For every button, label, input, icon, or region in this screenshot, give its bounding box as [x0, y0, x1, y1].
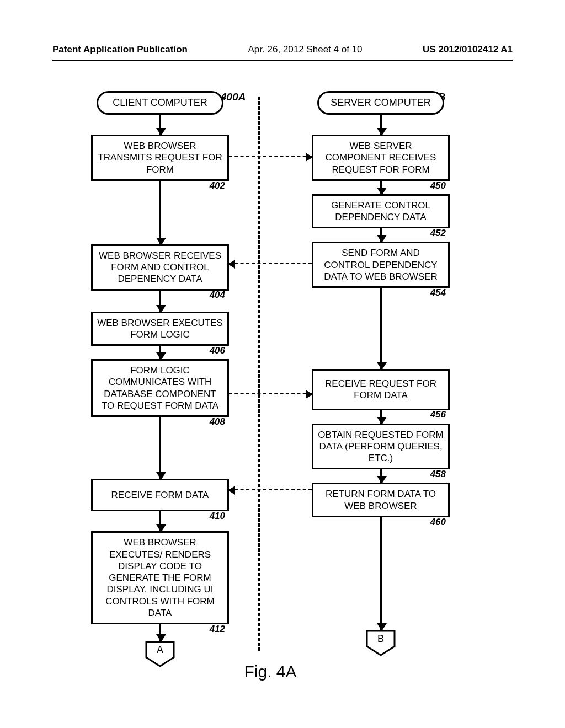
ref-label: 408: [210, 416, 225, 427]
swimlane-divider: [258, 97, 260, 651]
offpage-a: A: [145, 641, 175, 667]
arrow-v: [159, 115, 161, 135]
step-text: WEB BROWSER EXECUTES/ RENDERS DISPLAY CO…: [105, 537, 214, 618]
swimlane-client: CLIENT COMPUTER WEB BROWSER TRANSMITS RE…: [77, 91, 243, 667]
page-header: Patent Application Publication Apr. 26, …: [0, 44, 565, 55]
arrow-v: [380, 517, 382, 630]
ref-label: 402: [210, 180, 225, 191]
ref-label: 410: [210, 510, 225, 522]
flowchart: 400A 400B CLIENT COMPUTER WEB BROWSER TR…: [77, 91, 463, 676]
ref-label: 452: [430, 227, 446, 239]
arrow-v: [380, 410, 382, 424]
crosslink-454-404: [229, 263, 312, 264]
header-mid: Apr. 26, 2012 Sheet 4 of 10: [248, 44, 363, 55]
step-text: WEB BROWSER RECEIVES FORM AND CONTROL DE…: [99, 250, 221, 285]
step-412: WEB BROWSER EXECUTES/ RENDERS DISPLAY CO…: [91, 531, 229, 624]
ref-label: 454: [430, 287, 446, 298]
step-text: SEND FORM AND CONTROL DEPENDENCY DATA TO…: [324, 248, 438, 282]
arrow-v: [380, 181, 382, 194]
step-410: RECEIVE FORM DATA 410: [91, 479, 229, 511]
arrow-v: [159, 624, 161, 641]
step-text: WEB BROWSER EXECUTES FORM LOGIC: [97, 318, 223, 340]
step-450: WEB SERVER COMPONENT RECEIVES REQUEST FO…: [312, 135, 450, 181]
arrow-v: [159, 511, 161, 531]
ref-label: 404: [210, 289, 225, 301]
step-text: FORM LOGIC COMMUNICATES WITH DATABASE CO…: [102, 365, 218, 411]
arrow-v: [380, 115, 382, 135]
arrow-v: [159, 291, 161, 312]
crosslink-460-410: [229, 489, 312, 490]
step-text: RETURN FORM DATA TO WEB BROWSER: [326, 489, 436, 511]
figure-caption: Fig. 4A: [244, 662, 296, 681]
step-text: RECEIVE REQUEST FOR FORM DATA: [325, 378, 436, 400]
offpage-b: B: [366, 630, 396, 656]
step-460: RETURN FORM DATA TO WEB BROWSER 460: [312, 483, 450, 517]
swimlane-server: SERVER COMPUTER WEB SERVER COMPONENT REC…: [298, 91, 463, 656]
step-text: OBTAIN REQUESTED FORM DATA (PERFORM QUER…: [318, 430, 443, 464]
header-left: Patent Application Publication: [52, 44, 188, 55]
arrow-v: [159, 181, 161, 244]
step-text: GENERATE CONTROL DEPENDENCY DATA: [331, 200, 430, 222]
step-454: SEND FORM AND CONTROL DEPENDENCY DATA TO…: [312, 242, 450, 288]
step-408: FORM LOGIC COMMUNICATES WITH DATABASE CO…: [91, 359, 229, 417]
ref-label: 460: [430, 516, 446, 528]
arrow-v: [159, 346, 161, 359]
step-text: RECEIVE FORM DATA: [111, 490, 209, 500]
step-402: WEB BROWSER TRANSMITS REQUEST FOR FORM 4…: [91, 135, 229, 181]
step-text: WEB BROWSER TRANSMITS REQUEST FOR FORM: [98, 141, 222, 175]
terminator-client: CLIENT COMPUTER: [97, 91, 223, 115]
ref-label: 456: [430, 409, 446, 420]
step-452: GENERATE CONTROL DEPENDENCY DATA 452: [312, 194, 450, 229]
step-text: WEB SERVER COMPONENT RECEIVES REQUEST FO…: [326, 141, 436, 175]
header-rule: [52, 60, 513, 61]
ref-label: 412: [210, 623, 225, 635]
offpage-label: A: [157, 644, 163, 655]
ref-label: 406: [210, 345, 225, 356]
ref-label: 458: [430, 468, 446, 480]
ref-label: 450: [430, 180, 446, 191]
header-right: US 2012/0102412 A1: [423, 44, 513, 55]
step-456: RECEIVE REQUEST FOR FORM DATA 456: [312, 369, 450, 410]
arrow-v: [380, 228, 382, 242]
arrow-v: [380, 469, 382, 483]
offpage-label: B: [377, 633, 384, 644]
crosslink-408-456: [229, 393, 312, 394]
crosslink-402-450: [229, 156, 312, 157]
step-404: WEB BROWSER RECEIVES FORM AND CONTROL DE…: [91, 244, 229, 291]
step-406: WEB BROWSER EXECUTES FORM LOGIC 406: [91, 312, 229, 346]
terminator-server: SERVER COMPUTER: [317, 91, 444, 115]
arrow-v: [380, 288, 382, 369]
arrow-v: [159, 417, 161, 479]
step-458: OBTAIN REQUESTED FORM DATA (PERFORM QUER…: [312, 424, 450, 470]
